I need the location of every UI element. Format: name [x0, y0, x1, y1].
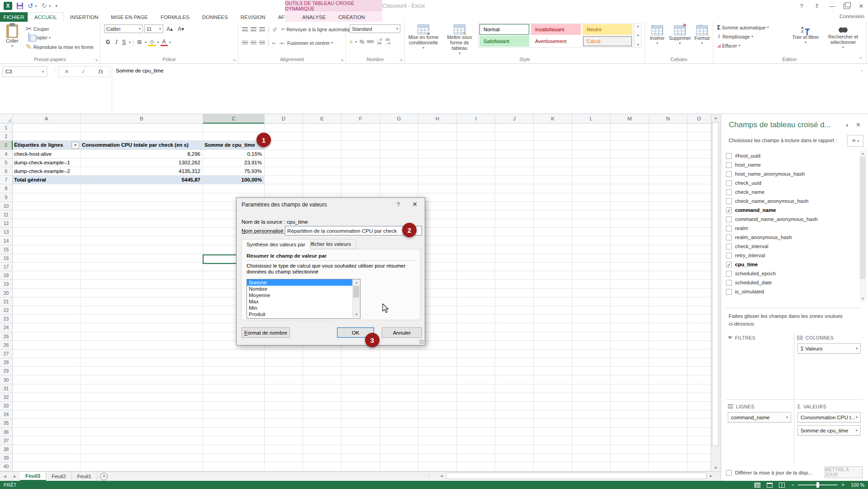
- row-header-27[interactable]: 27: [0, 350, 13, 358]
- cell[interactable]: [457, 211, 495, 219]
- field-scroll-down-icon[interactable]: ▼: [859, 296, 866, 302]
- align-top-icon[interactable]: [242, 27, 248, 32]
- cell[interactable]: [81, 254, 203, 263]
- cell[interactable]: [13, 280, 81, 288]
- cell[interactable]: [81, 184, 203, 193]
- cell[interactable]: [380, 132, 418, 141]
- cell[interactable]: [534, 332, 572, 341]
- cell[interactable]: [303, 124, 342, 132]
- name-box-dropdown-icon[interactable]: ▾: [42, 70, 44, 74]
- cell[interactable]: [303, 141, 342, 149]
- cell[interactable]: [81, 375, 203, 384]
- cell[interactable]: [265, 428, 303, 436]
- cell[interactable]: [495, 124, 534, 132]
- cell[interactable]: [342, 367, 380, 375]
- cell[interactable]: [418, 454, 457, 462]
- cell[interactable]: [303, 384, 342, 393]
- cell-B6[interactable]: 4135,312: [81, 167, 203, 176]
- cell[interactable]: [342, 150, 380, 158]
- cell[interactable]: [457, 358, 495, 367]
- cell[interactable]: [13, 306, 81, 315]
- cell[interactable]: [457, 332, 495, 341]
- tab-summarize-values[interactable]: Synthèse des valeurs par: [242, 239, 310, 249]
- cell[interactable]: [380, 124, 418, 132]
- cell[interactable]: [380, 445, 418, 454]
- decrease-indent-icon[interactable]: ⇤: [272, 41, 276, 46]
- name-box[interactable]: C3 ▾: [2, 66, 47, 77]
- cell[interactable]: [81, 419, 203, 427]
- field-checkbox[interactable]: [726, 253, 732, 259]
- cell[interactable]: [457, 176, 495, 184]
- cell[interactable]: [81, 341, 203, 350]
- italic-button[interactable]: I: [113, 39, 119, 45]
- gallery-up-icon[interactable]: ▲: [636, 24, 640, 28]
- cell[interactable]: [534, 245, 572, 254]
- cell[interactable]: [81, 410, 203, 419]
- cell[interactable]: [81, 236, 203, 245]
- cell[interactable]: [380, 158, 418, 167]
- cell[interactable]: [342, 462, 380, 471]
- cell[interactable]: [457, 410, 495, 419]
- column-header-C[interactable]: C: [203, 114, 265, 124]
- row-header-24[interactable]: 24: [0, 323, 13, 332]
- cell-B5[interactable]: 1302,262: [81, 158, 203, 167]
- calc-option-min[interactable]: Min: [247, 305, 360, 311]
- cell[interactable]: [342, 184, 380, 193]
- cell[interactable]: [303, 454, 342, 462]
- cell[interactable]: [418, 402, 457, 410]
- column-header-F[interactable]: F: [342, 114, 380, 124]
- column-header-E[interactable]: E: [303, 114, 342, 124]
- field-checkbox[interactable]: [726, 162, 732, 168]
- cell[interactable]: [457, 271, 495, 280]
- tab-split-handle[interactable]: ⁞: [429, 473, 430, 477]
- cell[interactable]: [495, 132, 534, 141]
- cell[interactable]: [649, 384, 688, 393]
- cell[interactable]: [342, 454, 380, 462]
- column-header-K[interactable]: K: [534, 114, 572, 124]
- cell[interactable]: [572, 150, 611, 158]
- cell[interactable]: [534, 132, 572, 141]
- pane-tools-button[interactable]: ✳▾: [847, 135, 863, 147]
- column-header-J[interactable]: J: [495, 114, 534, 124]
- cell[interactable]: [265, 402, 303, 410]
- cell[interactable]: [534, 158, 572, 167]
- cell[interactable]: [572, 219, 611, 228]
- cell[interactable]: [203, 462, 265, 471]
- row-header-6[interactable]: 6: [0, 167, 13, 176]
- cell-A5[interactable]: dump-check-example--1: [13, 158, 81, 167]
- cell-B4[interactable]: 8,296: [81, 150, 203, 158]
- cell[interactable]: [572, 254, 611, 263]
- row-header-13[interactable]: 13: [0, 228, 13, 236]
- cell[interactable]: [265, 350, 303, 358]
- tab-analyse[interactable]: ANALYSE: [296, 12, 332, 22]
- calc-option-nombre[interactable]: Nombre: [247, 286, 360, 292]
- field-checkbox[interactable]: [726, 225, 732, 231]
- cell[interactable]: [688, 402, 711, 410]
- field-checkbox[interactable]: [726, 198, 732, 204]
- cell-B7[interactable]: 5445,87: [81, 176, 203, 184]
- cell[interactable]: [265, 419, 303, 427]
- cell[interactable]: [81, 402, 203, 410]
- cell[interactable]: [265, 436, 303, 445]
- cell[interactable]: [572, 289, 611, 297]
- cell-C4[interactable]: 0,15%: [203, 150, 265, 158]
- cell[interactable]: [81, 445, 203, 454]
- cell[interactable]: [611, 375, 649, 384]
- cell[interactable]: [203, 375, 265, 384]
- cell[interactable]: [380, 428, 418, 436]
- column-header-O[interactable]: O: [688, 114, 711, 124]
- cell[interactable]: [688, 341, 711, 350]
- cell[interactable]: [495, 462, 534, 471]
- shrink-font-icon[interactable]: A▾: [176, 26, 186, 32]
- cell[interactable]: [418, 350, 457, 358]
- page-layout-view-icon[interactable]: [767, 483, 773, 488]
- undo-dropdown-icon[interactable]: ▾: [35, 4, 37, 8]
- orientation-icon[interactable]: ab: [271, 26, 278, 33]
- cell[interactable]: [649, 236, 688, 245]
- redo-dropdown-icon[interactable]: ▾: [49, 4, 51, 8]
- defer-checkbox[interactable]: [726, 470, 732, 476]
- collapse-ribbon-icon[interactable]: ⌃: [859, 57, 863, 62]
- cell[interactable]: [81, 323, 203, 332]
- scroll-left-icon[interactable]: ◄: [438, 472, 445, 480]
- cell[interactable]: [572, 323, 611, 332]
